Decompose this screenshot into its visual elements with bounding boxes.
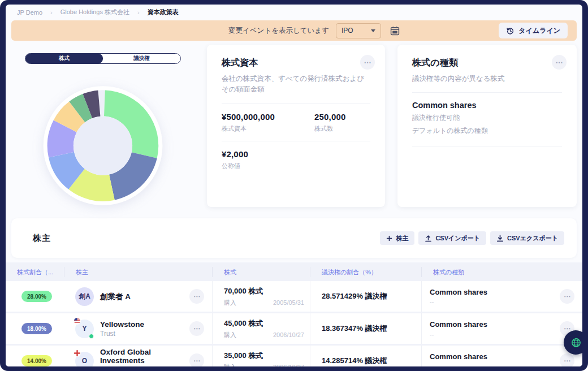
table-row[interactable]: 14.00% O Oxford Global Investments Ltd 3… — [6, 346, 582, 366]
shareholder-menu-button[interactable] — [189, 353, 204, 366]
purchase-date: 2006/10/27 — [273, 364, 304, 366]
row-share-class-sub: -- — [422, 331, 487, 338]
shares-value: 45,000 株式 — [213, 318, 263, 329]
share-capital-subtitle: 会社の株式資本、すべての発行済株式およびその額面金額 — [222, 74, 370, 96]
breadcrumb-item-current: 資本政策表 — [148, 8, 179, 16]
share-class-voting-note: 議決権行使可能 — [412, 113, 562, 123]
table-header: 株式割合（... 株主 株式 議決権の割合（%） 株式の種類 — [6, 262, 582, 281]
ownership-pill: 28.00% — [21, 291, 52, 302]
row-menu-button[interactable] — [560, 353, 574, 366]
row-menu-button[interactable] — [560, 289, 574, 304]
divider — [412, 92, 562, 93]
share-class-default-note: デフォルトの株式の種類 — [412, 126, 562, 136]
chevron-down-icon — [371, 29, 375, 32]
shareholders-title: 株主 — [33, 233, 51, 244]
timeline-button[interactable]: タイムライン — [499, 23, 568, 38]
england-flag-badge — [74, 350, 81, 357]
event-banner-message: 変更イベントを表示しています — [228, 26, 329, 36]
add-shareholder-button[interactable]: 株主 — [380, 231, 414, 245]
table-row[interactable]: 18.00% Y Yellowstone Trust 45,000 株式 購入 … — [6, 313, 582, 344]
shares-value: 35,000 株式 — [213, 351, 263, 361]
ellipsis-icon — [193, 325, 200, 333]
event-banner: 変更イベントを表示しています IPO タイムライン — [11, 20, 577, 41]
shareholder-menu-button[interactable] — [189, 321, 204, 336]
shareholder-name: 創業者 A — [100, 292, 131, 301]
event-select[interactable]: IPO — [336, 23, 381, 38]
breadcrumb-item-workspace[interactable]: JP Demo — [17, 9, 42, 16]
column-ownership[interactable]: 株式割合（... — [6, 267, 64, 277]
plus-icon — [386, 235, 392, 241]
row-share-class-sub: -- — [422, 363, 487, 367]
capital-amount-label: 株式資本 — [222, 124, 289, 133]
shareholder-subname: Trust — [100, 330, 144, 338]
chevron-right-icon: › — [50, 9, 53, 16]
column-voting[interactable]: 議決権の割合（%） — [310, 267, 421, 277]
row-share-class: Common shares — [422, 288, 487, 296]
breadcrumb-item-company[interactable]: Globe Holdings 株式会社 — [60, 8, 129, 16]
voting-percent: 28.571429% 議決権 — [310, 291, 387, 301]
share-count-value: 250,000 — [314, 112, 382, 122]
purchase-date: 2005/05/31 — [273, 299, 304, 306]
ownership-pill: 14.00% — [21, 355, 52, 366]
voting-percent: 18.367347% 議決権 — [310, 323, 387, 334]
table-row[interactable]: 28.00% 創A 創業者 A 70,000 株式 購入 2005/05/31 … — [6, 281, 582, 312]
csv-export-button[interactable]: CSVエクスポート — [490, 231, 564, 245]
chevron-right-icon: › — [137, 9, 140, 16]
column-share-class[interactable]: 株式の種類 — [421, 267, 582, 277]
share-capital-card: 株式資本 会社の株式資本、すべての発行済株式およびその額面金額 ¥500,000… — [207, 45, 385, 207]
ellipsis-icon — [193, 357, 200, 365]
divider — [412, 146, 562, 146]
divider — [222, 141, 370, 141]
history-icon — [506, 27, 514, 35]
capital-amount-value: ¥500,000,000 — [222, 112, 289, 122]
avatar: Y — [75, 320, 94, 338]
ownership-pill: 18.00% — [21, 323, 52, 334]
window-frame: JP Demo › Globe Holdings 株式会社 › 資本政策表 変更… — [0, 0, 588, 371]
csv-export-label: CSVエクスポート — [507, 234, 558, 243]
column-shareholder[interactable]: 株主 — [64, 267, 212, 277]
tab-shares[interactable]: 株式 — [25, 54, 103, 63]
us-flag-badge — [74, 317, 81, 325]
par-value-label: 公称値 — [222, 162, 370, 170]
par-value: ¥2,000 — [222, 149, 370, 159]
calendar-icon — [390, 26, 400, 36]
timeline-button-label: タイムライン — [518, 26, 560, 36]
download-icon — [496, 235, 504, 242]
shareholder-name: Yellowstone — [100, 320, 144, 329]
shares-value: 70,000 株式 — [213, 286, 263, 296]
shareholder-menu-button[interactable] — [189, 289, 204, 304]
status-dot — [89, 334, 94, 339]
breadcrumb: JP Demo › Globe Holdings 株式会社 › 資本政策表 — [6, 5, 582, 16]
shareholders-section-header: 株主 株主 CSVインポート CSVエクスポート — [11, 218, 577, 258]
csv-import-button[interactable]: CSVインポート — [418, 231, 486, 245]
voting-percent: 14.285714% 議決権 — [310, 356, 387, 366]
ownership-donut-chart[interactable] — [27, 70, 179, 224]
card-menu-button[interactable] — [360, 55, 375, 70]
shares-type: 購入 — [213, 331, 263, 339]
shareholders-table: 株式割合（... 株主 株式 議決権の割合（%） 株式の種類 28.00% 創A… — [6, 262, 582, 366]
ownership-chart-panel: 株式 議決権 — [11, 45, 194, 207]
page: JP Demo › Globe Holdings 株式会社 › 資本政策表 変更… — [6, 5, 582, 366]
row-share-class-sub: -- — [422, 299, 487, 305]
upload-icon — [425, 235, 432, 242]
add-shareholder-label: 株主 — [396, 234, 408, 243]
shares-type: 購入 — [213, 363, 263, 367]
divider — [222, 103, 370, 104]
row-share-class: Common shares — [422, 320, 487, 329]
ellipsis-icon — [564, 357, 570, 365]
avatar-initials: O — [82, 357, 87, 365]
csv-import-label: CSVインポート — [435, 234, 480, 243]
ellipsis-icon — [556, 58, 563, 67]
share-class-title: 株式の種類 — [412, 57, 562, 69]
share-class-name: Common shares — [412, 101, 562, 110]
column-shares[interactable]: 株式 — [212, 267, 310, 277]
avatar-initials: 創A — [79, 292, 90, 301]
card-menu-button[interactable] — [552, 55, 567, 70]
status-dot — [89, 366, 94, 367]
tab-voting[interactable]: 議決権 — [103, 54, 180, 63]
ellipsis-icon — [564, 292, 570, 300]
avatar: O — [75, 352, 94, 367]
avatar-initials: Y — [82, 325, 87, 333]
calendar-button[interactable] — [390, 26, 400, 36]
share-class-subtitle: 議決権等の内容が異なる株式 — [412, 74, 562, 84]
